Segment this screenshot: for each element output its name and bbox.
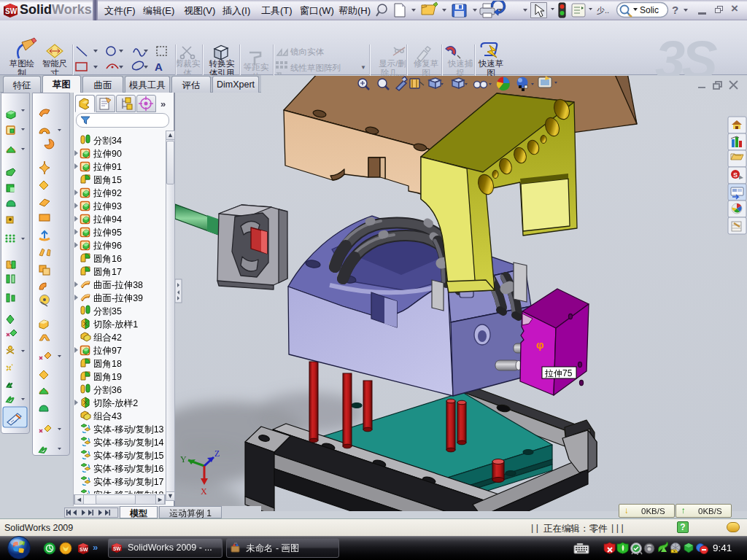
svg-text:Y: Y — [180, 454, 187, 464]
svg-text:少..: 少.. — [597, 6, 609, 15]
svg-text:Solic: Solic — [640, 5, 659, 15]
svg-text:S: S — [733, 171, 738, 179]
svg-text:»: » — [93, 542, 98, 553]
svg-text:?: ? — [672, 4, 678, 16]
svg-text:A: A — [155, 61, 163, 73]
svg-text:φ: φ — [536, 338, 544, 351]
svg-text:SW: SW — [5, 7, 18, 15]
svg-text:SW: SW — [113, 546, 121, 551]
svg-text:Z: Z — [214, 448, 220, 459]
svg-text:SW: SW — [80, 547, 88, 552]
svg-text:拉伸75: 拉伸75 — [544, 368, 573, 378]
svg-text:X: X — [201, 486, 207, 497]
